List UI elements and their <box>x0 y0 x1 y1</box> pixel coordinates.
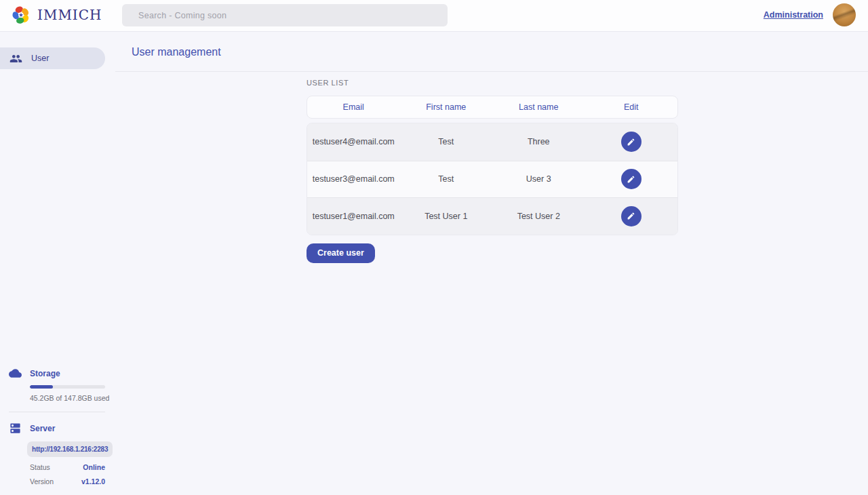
server-url-badge: http://192.168.1.216:2283 <box>27 441 113 457</box>
storage-usage-text: 45.2GB of 147.8GB used <box>30 394 115 402</box>
sidebar-divider <box>9 412 105 412</box>
sidebar-item-user[interactable]: User <box>0 47 105 69</box>
app-logo: IMMICH <box>11 5 102 25</box>
pencil-icon <box>627 175 635 184</box>
user-table-body: testuser4@email.com Test Three testuser3… <box>307 123 678 235</box>
cloud-icon <box>9 367 22 380</box>
user-list-label: USER LIST <box>307 79 678 87</box>
cell-first-name: Test <box>400 137 493 146</box>
page-header: User management <box>115 32 868 72</box>
status-value: Online <box>83 463 105 471</box>
column-header-last-name: Last name <box>492 102 585 112</box>
user-table-header: Email First name Last name Edit <box>307 96 678 119</box>
status-label: Status <box>30 463 50 471</box>
version-label: Version <box>30 477 54 486</box>
cell-email: testuser1@email.com <box>307 212 400 221</box>
cell-email: testuser4@email.com <box>307 137 400 146</box>
group-icon <box>9 52 22 65</box>
edit-user-button[interactable] <box>621 132 642 152</box>
storage-progress-bar <box>30 385 105 389</box>
pencil-icon <box>627 212 635 220</box>
immich-flower-icon <box>11 5 31 25</box>
table-row: testuser4@email.com Test Three <box>307 123 677 161</box>
server-status-row: Status Online <box>30 463 105 471</box>
table-row: testuser3@email.com Test User 3 <box>307 161 677 198</box>
administration-link[interactable]: Administration <box>764 10 823 20</box>
create-user-button[interactable]: Create user <box>307 243 375 263</box>
server-version-row: Version v1.12.0 <box>30 477 105 486</box>
table-row: testuser1@email.com Test User 1 Test Use… <box>307 197 677 235</box>
server-section-header: Server <box>0 422 115 435</box>
column-header-edit: Edit <box>585 102 678 112</box>
cell-first-name: Test User 1 <box>400 212 493 221</box>
storage-title: Storage <box>30 369 60 378</box>
sidebar-item-user-label: User <box>31 54 49 63</box>
pencil-icon <box>627 138 635 146</box>
edit-user-button[interactable] <box>621 206 642 226</box>
server-icon <box>9 422 22 435</box>
storage-progress-fill <box>30 385 53 389</box>
top-header-bar: IMMICH Administration <box>0 0 868 32</box>
cell-last-name: User 3 <box>492 174 585 184</box>
column-header-email: Email <box>307 102 400 112</box>
page-title: User management <box>132 32 221 72</box>
search-input[interactable] <box>122 4 448 26</box>
edit-user-button[interactable] <box>621 169 642 189</box>
sidebar-bottom-panel: Storage 45.2GB of 147.8GB used Server ht… <box>0 367 115 486</box>
storage-section-header: Storage <box>0 367 115 380</box>
user-avatar[interactable] <box>833 3 856 26</box>
cell-last-name: Test User 2 <box>492 212 585 221</box>
version-value: v1.12.0 <box>81 477 105 486</box>
user-list-section: USER LIST Email First name Last name Edi… <box>307 79 678 263</box>
server-title: Server <box>30 424 55 433</box>
cell-first-name: Test <box>400 174 493 184</box>
app-title: IMMICH <box>37 7 102 23</box>
cell-last-name: Three <box>492 137 585 146</box>
cell-email: testuser3@email.com <box>307 174 400 184</box>
column-header-first-name: First name <box>400 102 493 112</box>
